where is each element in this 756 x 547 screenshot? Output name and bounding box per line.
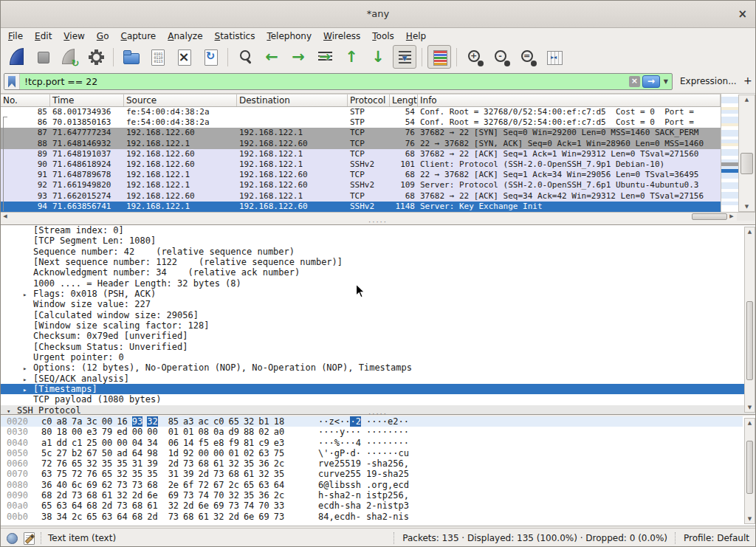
hex-bytes[interactable]: 72766532353531392d7368613235362c [41,458,289,469]
menu-analyze[interactable]: Analyze [162,30,208,43]
hex-bytes[interactable]: 637572766532353531392d7368613235 [41,469,289,479]
detail-line[interactable]: [Stream index: 0] [1,225,755,235]
packet-row-85[interactable]: 8568.001734936fe:54:00:d4:38:2aSTP54Conf… [1,107,721,117]
hex-ascii[interactable]: h-sha2-n istp256, [318,490,409,500]
pane-splitter-handle[interactable]: ····· [1,220,755,224]
column-header-destination[interactable]: Destination [237,94,348,106]
display-filter-input[interactable] [20,76,629,87]
menu-statistics[interactable]: Statistics [209,30,261,43]
expand-arrow-icon[interactable]: ▸ [23,374,33,384]
reload-file-button[interactable] [199,45,222,69]
close-window-button[interactable]: × [738,7,747,21]
packet-row-89[interactable]: 8971.648191037192.168.122.60192.168.122.… [1,149,721,159]
auto-scroll-button[interactable] [393,45,416,69]
scrollbar-thumb[interactable] [740,153,753,174]
first-packet-button[interactable] [340,45,363,69]
filter-bookmark-button[interactable] [4,74,20,89]
add-filter-button[interactable]: + [743,75,752,86]
detail-line[interactable]: 1000 .... = Header Length: 32 bytes (8) [1,278,755,289]
menu-edit[interactable]: Edit [29,30,58,43]
resize-columns-button[interactable] [542,45,566,69]
hex-bytes[interactable]: 5c27b26750ad64981d92000001026375 [41,448,289,458]
detail-line[interactable]: Checksum: 0x79ed [unverified] [1,331,755,341]
packet-row-87[interactable]: 8771.647777234192.168.122.60192.168.122.… [1,128,721,138]
packet-row-94[interactable]: 9471.663856741192.168.122.1192.168.122.6… [1,202,721,212]
menu-help[interactable]: Help [400,30,432,43]
scroll-up-icon[interactable]: ▲ [745,227,755,236]
capture-comment-icon[interactable] [24,532,35,545]
detail-line[interactable]: [Checksum Status: Unverified] [1,342,755,352]
zoom-in-button[interactable] [462,45,486,69]
bytes-vertical-scrollbar[interactable]: ▲ ▼ [744,418,755,524]
display-filter-box[interactable]: × → ▼ [4,73,673,90]
column-header-source[interactable]: Source [124,94,237,106]
hex-ascii[interactable]: 84,ecdh- sha2-nis [318,512,409,522]
scroll-down-icon[interactable]: ▼ [745,403,755,412]
hex-bytes[interactable]: a1ddc125000004340614f5e8f981c9e3 [41,438,289,448]
hex-ascii[interactable]: ····y··· ········ [318,427,409,437]
detail-line[interactable]: Acknowledgment number: 34 (relative ack … [1,267,755,278]
packet-row-92[interactable]: 9271.661949820192.168.122.1192.168.122.6… [1,180,721,190]
detail-line[interactable]: ▸Flags: 0x018 (PSH, ACK) [1,289,755,299]
last-packet-button[interactable] [366,45,390,69]
menu-view[interactable]: View [58,30,90,43]
pane-splitter-handle[interactable]: ····· [1,412,755,416]
next-packet-button[interactable] [286,45,310,69]
hex-bytes[interactable]: c0a87a3c0016933285a3acc06532b118 [41,416,289,427]
column-header-no[interactable]: No. [1,94,50,106]
zoom-out-button[interactable] [489,45,512,69]
scroll-up-icon[interactable]: ▲ [745,419,755,427]
menu-go[interactable]: Go [91,30,115,43]
scroll-down-icon[interactable]: ▼ [739,202,755,211]
detail-line[interactable]: [TCP Segment Len: 1080] [1,235,755,246]
detail-line[interactable]: ▸Options: (12 bytes), No-Operation (NOP)… [1,362,755,373]
column-header-length[interactable]: Length [390,94,418,106]
expert-info-icon[interactable] [7,533,18,544]
menu-tools[interactable]: Tools [366,30,400,43]
intelligent-scrollbar[interactable] [721,94,738,212]
hex-ascii[interactable]: curve255 19-sha25 [318,469,409,479]
scroll-up-icon[interactable]: ▲ [739,95,755,104]
capture-options-button[interactable] [84,45,108,69]
scrollbar-thumb[interactable] [692,213,727,220]
hex-row-0060[interactable]: 006072766532353531392d7368613235362crve2… [1,458,743,469]
detail-line[interactable]: Sequence number: 42 (relative sequence n… [1,247,755,257]
profile-status[interactable]: Profile: Default [684,533,749,543]
hex-ascii[interactable]: 6@libssh .org,ecd [318,480,409,490]
expand-arrow-icon[interactable]: ▸ [23,385,33,394]
previous-packet-button[interactable] [260,45,284,69]
hex-bytes[interactable]: 801800e379ed00000101080ad98802a0 [41,427,289,437]
filter-clear-button[interactable]: × [629,76,640,87]
restart-capture-button[interactable] [58,45,81,69]
expand-arrow-icon[interactable]: ▸ [23,363,33,373]
hex-ascii[interactable]: ··z<···2 ····e2·· [318,416,409,427]
detail-line[interactable]: [Next sequence number: 1122 (relative se… [1,257,755,267]
open-file-button[interactable] [119,45,142,69]
hex-ascii[interactable]: ···%···4 ········ [318,438,409,448]
detail-line[interactable]: [Calculated window size: 29056] [1,310,755,320]
hex-row-0020[interactable]: 0020c0a87a3c0016933285a3acc06532b118··z<… [1,416,743,427]
hex-ascii[interactable]: ecdh-sha 2-nistp3 [318,500,409,511]
hex-ascii[interactable]: rve25519 -sha256, [318,458,409,469]
packet-row-91[interactable]: 9171.648789678192.168.122.1192.168.122.6… [1,170,721,180]
column-header-info[interactable]: Info [418,94,721,106]
hex-bytes[interactable]: 682d736861322d6e697374703235362c [41,490,289,500]
filter-apply-button[interactable]: → [642,75,660,88]
detail-line[interactable]: Urgent pointer: 0 [1,352,755,362]
hex-bytes[interactable]: 36406c69627373682e6f72672c656364 [41,480,289,490]
go-to-packet-button[interactable] [313,45,337,69]
packet-row-90[interactable]: 9071.648618924192.168.122.60192.168.122.… [1,159,721,170]
scroll-down-icon[interactable]: ▼ [745,515,755,523]
hex-row-0080[interactable]: 008036406c69627373682e6f72672c6563646@li… [1,480,743,490]
hex-bytes[interactable]: 38342c656364682d736861322d6e6973 [41,512,289,522]
menu-telephony[interactable]: Telephony [261,30,317,43]
find-packet-button[interactable] [233,45,257,69]
column-header-protocol[interactable]: Protocol [348,94,390,106]
zoom-original-button[interactable] [515,45,539,69]
menu-capture[interactable]: Capture [114,30,162,43]
detail-line[interactable]: ▸[Timestamps] [1,384,755,394]
stop-capture-button[interactable] [31,45,55,69]
scrollbar-thumb[interactable] [746,301,753,380]
menu-wireless[interactable]: Wireless [317,30,366,43]
hex-row-0050[interactable]: 00505c27b26750ad64981d92000001026375\'·g… [1,448,743,458]
